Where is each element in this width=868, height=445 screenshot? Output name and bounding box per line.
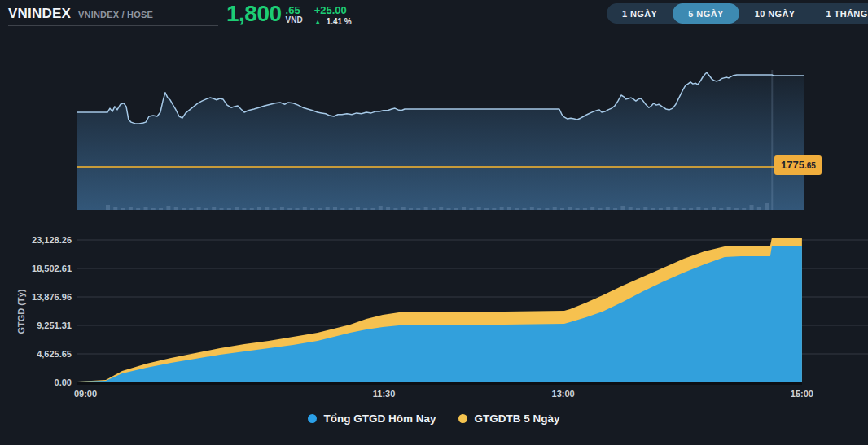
volume-tick-bar	[242, 208, 246, 210]
volume-tick-bar	[280, 207, 284, 210]
volume-tick-bar	[765, 203, 769, 210]
volume-tick-bar	[265, 207, 269, 210]
volume-tick-bar	[651, 208, 655, 210]
chart-legend: Tổng GTGD Hôm Nay GTGDTB 5 Ngày	[0, 412, 868, 425]
y-tick-label: 23,128.26	[32, 235, 72, 245]
instrument-subtitle: VNINDEX / HOSE	[78, 10, 153, 20]
volume-tick-bar	[727, 207, 731, 210]
time-range-button-group: 1 NGÀY 5 NGÀY 10 NGÀY 1 THÁNG	[607, 3, 868, 24]
legend-label: Tổng GTGD Hôm Nay	[323, 412, 436, 425]
volume-tick-bar	[174, 207, 178, 210]
legend-item-total-gtgd[interactable]: Tổng GTGD Hôm Nay	[308, 412, 436, 425]
y-tick-label: 18,502.61	[32, 264, 72, 273]
volume-tick-bar	[492, 208, 496, 210]
volume-tick-bar	[477, 207, 481, 210]
volume-tick-bar	[500, 207, 504, 210]
change-column: +25.00 ▲ 1.41 %	[314, 5, 352, 27]
volume-tick-bar	[432, 208, 436, 210]
volume-tick-bar	[310, 208, 314, 210]
last-price-fraction: .65	[286, 5, 303, 15]
volume-tick-bar	[227, 208, 231, 210]
volume-tick-bar	[273, 208, 277, 210]
volume-tick-bar	[674, 207, 678, 210]
header: VNINDEX VNINDEX / HOSE 1,800 .65 VND +25…	[0, 0, 868, 37]
yellow-dot-icon	[458, 414, 467, 423]
volume-tick-bar	[560, 208, 564, 210]
volume-tick-bar	[379, 206, 383, 210]
volume-tick-bar	[712, 207, 716, 210]
volume-tick-bar	[696, 207, 700, 210]
volume-tick-bar	[507, 207, 511, 210]
volume-tick-bar	[356, 207, 360, 210]
y-tick-label: 13,876.96	[32, 292, 72, 302]
volume-tick-bar	[530, 207, 534, 210]
volume-tick-bar	[545, 208, 549, 210]
volume-tick-bar	[742, 208, 746, 210]
volume-tick-bar	[659, 208, 663, 210]
volume-tick-bar	[666, 207, 670, 210]
reference-price-int: 1775	[781, 159, 804, 171]
volume-tick-bar	[349, 208, 353, 210]
up-arrow-icon: ▲	[314, 18, 322, 26]
header-underline	[8, 25, 218, 26]
reference-price-frac: .65	[804, 161, 816, 170]
price-change: +25.00	[314, 5, 352, 15]
legend-label: GTGDTB 5 Ngày	[474, 412, 559, 425]
volume-tick-bar	[121, 208, 125, 210]
volume-tick-bar	[583, 208, 587, 210]
y-tick-label: 9,251.31	[37, 321, 72, 330]
volume-tick-bar	[371, 208, 375, 210]
volume-tick-bar	[144, 207, 148, 210]
y-axis-title: GTGD (Tỷ)	[16, 289, 26, 334]
range-button-10-day[interactable]: 10 NGÀY	[739, 3, 811, 24]
volume-tick-bar	[629, 207, 633, 210]
volume-tick-bar	[416, 208, 420, 210]
change-percent-row: ▲ 1.41 %	[314, 17, 352, 27]
volume-tick-bar	[719, 208, 723, 210]
volume-tick-bar	[568, 207, 572, 210]
instrument-title-block: VNINDEX VNINDEX / HOSE	[8, 6, 153, 22]
y-tick-label: 4,625.65	[37, 349, 72, 359]
y-tick-label: 0.00	[55, 377, 72, 387]
x-tick-label: 09:00	[74, 389, 97, 399]
volume-tick-bar	[189, 208, 193, 210]
volume-tick-bar	[303, 207, 307, 210]
volume-tick-bar	[333, 207, 337, 210]
range-button-1-day[interactable]: 1 NGÀY	[607, 3, 673, 24]
x-tick-label: 13:00	[552, 389, 575, 399]
volume-tick-bar	[113, 207, 117, 210]
volume-tick-bar	[523, 208, 527, 210]
range-button-1-month[interactable]: 1 THÁNG	[811, 3, 868, 24]
volume-tick-bar	[469, 208, 473, 210]
volume-tick-bar	[136, 208, 140, 210]
price-change-percent: 1.41 %	[327, 17, 352, 27]
volume-tick-bar	[106, 205, 110, 210]
volume-tick-bar	[590, 207, 594, 210]
currency-label: VND	[286, 15, 303, 25]
volume-tick-bar	[750, 205, 754, 210]
volume-tick-bar	[296, 208, 300, 210]
price-chart[interactable]	[0, 37, 868, 225]
legend-item-gtgdtb-5d[interactable]: GTGDTB 5 Ngày	[458, 412, 559, 425]
vnindex-chart-page: { "header": { "symbol": "VNINDEX", "exch…	[0, 0, 868, 445]
volume-tick-bar	[704, 208, 708, 210]
volume-tick-bar	[576, 208, 580, 210]
price-block: 1,800 .65 VND +25.00 ▲ 1.41 %	[226, 2, 352, 27]
volume-tick-bar	[159, 208, 163, 210]
blue-dot-icon	[308, 414, 317, 423]
volume-tick-bar	[636, 208, 640, 210]
volume-tick-bar	[424, 207, 428, 210]
price-area-fill	[77, 72, 804, 210]
volume-tick-bar	[182, 208, 186, 210]
volume-tick-bar	[620, 206, 625, 210]
volume-tick-bar	[326, 207, 330, 210]
volume-tick-bar	[393, 208, 397, 210]
volume-tick-bar	[537, 208, 541, 210]
volume-tick-bar	[409, 208, 413, 210]
volume-tick-bar	[220, 208, 224, 210]
volume-tick-bar	[257, 207, 261, 210]
range-button-5-day[interactable]: 5 NGÀY	[673, 3, 739, 24]
volume-tick-bar	[235, 207, 239, 210]
volume-tick-bar	[166, 206, 170, 210]
x-tick-label: 11:30	[373, 389, 396, 399]
